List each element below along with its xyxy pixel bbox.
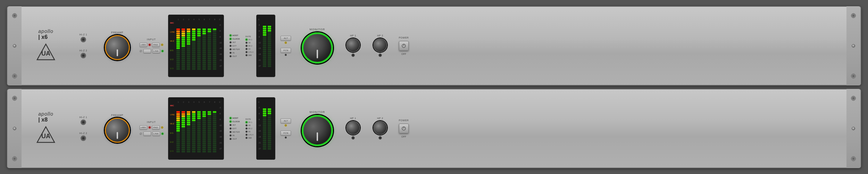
rate-48-led-x8	[245, 124, 248, 126]
hp1-jack-x8[interactable]	[351, 136, 355, 140]
off-label-x6: OFF	[401, 53, 406, 55]
monitor-knob-x8[interactable]	[302, 115, 333, 146]
fcn-button-x6[interactable]: FCN	[281, 48, 291, 53]
hp1-knob-x8[interactable]	[346, 121, 360, 135]
ext-label-x6: EXT	[233, 45, 237, 47]
hiz-label-x8: HI-Z	[170, 123, 175, 125]
mount-hole-bottom-right-x8	[851, 156, 856, 161]
ext-row-x6: EXT	[229, 45, 240, 47]
db-scale-x8: C -3 -6 -9 -12 -15 -18 -21 -27	[219, 101, 222, 150]
link-led-x6	[161, 50, 164, 52]
db-scale-x6: C -3 -6 -9 -12 -15 -18 -21 -27	[219, 18, 222, 67]
out-row-x8: OUT	[229, 138, 240, 140]
int-row-x6: INT	[229, 41, 240, 43]
monitor-section-x8: MONITOR	[297, 110, 338, 146]
hi-z-2-pair-x6: HI-Z 2	[80, 49, 87, 58]
hp2-knob-x6[interactable]	[373, 38, 387, 52]
monitor-r-bar-x8	[268, 101, 271, 150]
device-body-x8: apollo | x8 UA HI-Z 1 HI-Z 2 PREAMP	[22, 89, 846, 168]
model-text-x6: | x6	[38, 34, 48, 40]
rack-unit-apollo-x6: apollo | x6 UA HI-Z 1 HI-Z 2 PREAMP	[7, 6, 861, 85]
preamp-section-x8: PREAMP	[100, 114, 135, 143]
input-section-x6: INPUT +48V PAD ∅ LINK	[137, 38, 165, 53]
channel-8-x6: 8	[212, 18, 217, 73]
meter-led-x8	[229, 131, 232, 133]
48v-button-x6[interactable]: +48V	[140, 43, 147, 47]
u3-label-x6: U 3	[170, 67, 175, 69]
alt-button-x8[interactable]: ALT	[281, 118, 291, 123]
rate-882-x8: 88.2	[245, 127, 253, 130]
hp1-knob-x6[interactable]	[346, 38, 360, 52]
rate-192-led-x6	[245, 54, 248, 56]
monitor-label-x8: MONITOR	[310, 110, 325, 114]
48v-button-x8[interactable]: +48V	[140, 125, 147, 130]
preamp-knob-x8[interactable]	[105, 118, 130, 143]
input-row-labels-x8: MIC LINE HI-Z U 1 U 2 U 3	[170, 101, 175, 156]
logo-section-x6: apollo | x6 UA	[25, 28, 67, 63]
fcn-label-x6: FCN	[284, 49, 289, 51]
hi-z-2-jack-x8[interactable]	[81, 135, 86, 141]
hp2-knob-x8[interactable]	[373, 121, 387, 135]
hiz-label-x6: HI-Z	[170, 40, 175, 42]
preamp-label-x8: PREAMP	[111, 114, 124, 116]
channel-6-x6: 6	[202, 18, 206, 73]
screw-middle-right-x6	[852, 44, 855, 48]
48v-led-x6	[149, 44, 151, 46]
hp2-section-x8: HP 2	[368, 117, 392, 140]
power-button-x8[interactable]	[399, 124, 409, 133]
hi-z-1-pair-x8: HI-Z 1	[80, 116, 87, 125]
alt-control-x8: ALT	[281, 118, 291, 126]
hi-z-1-jack-x8[interactable]	[81, 119, 86, 125]
screw-middle-right-x8	[852, 127, 855, 130]
phase-button-x8[interactable]	[143, 132, 151, 136]
rate-96-led-x8	[245, 131, 248, 133]
alt-fcn-section-x8: ALT FCN	[278, 118, 294, 139]
mic-label-x8: MIC	[170, 105, 175, 107]
power-label-x6: POWER	[399, 36, 409, 39]
pad-button-x8[interactable]: PAD	[152, 125, 160, 130]
alt-label-x6: ALT	[284, 37, 288, 39]
mount-hole-top-left-x8	[12, 96, 17, 101]
rate-882-x6: 88.2	[245, 45, 253, 47]
mount-hole-bottom-left-x8	[12, 156, 17, 161]
ext-led-x8	[229, 127, 232, 130]
hi-z-2-jack-x6[interactable]	[81, 53, 86, 58]
hi-z-1-jack-x6[interactable]	[81, 37, 86, 42]
hp2-jack-x8[interactable]	[378, 136, 382, 140]
preamp-knob-x6[interactable]	[105, 35, 130, 60]
u2-label-x6: U 2	[170, 58, 175, 60]
channel-3-x8: 3	[186, 101, 191, 156]
phase-button-x6[interactable]	[143, 49, 151, 53]
monitor-r-bar-x6	[268, 18, 271, 67]
in-row-x8: IN	[229, 134, 240, 136]
fcn-button-x8[interactable]: FCN	[281, 131, 291, 135]
logo-section-x8: apollo | x8 UA	[25, 111, 67, 146]
pad-button-x6[interactable]: PAD	[152, 43, 160, 47]
input-buttons-x8: +48V PAD ∅ LINK	[140, 125, 164, 136]
clock-label-x6: CLOCK	[233, 38, 240, 40]
channel-4-x6: 4	[192, 18, 196, 73]
link-button-x8[interactable]: LINK	[152, 132, 160, 136]
mic-label-x6: MIC	[170, 22, 175, 24]
brand-text-x6: apollo | x6	[38, 28, 53, 40]
meter-display-x8: MIC LINE HI-Z U 1 U 2 U 3 1	[168, 97, 224, 160]
power-button-x6[interactable]	[399, 41, 409, 51]
preamp-label-x6: PREAMP	[111, 31, 124, 34]
in-led-x6	[229, 52, 232, 54]
hp2-jack-x6[interactable]	[378, 53, 382, 57]
input-row-mid-x6: ∅ LINK	[140, 49, 164, 53]
clock-label-x8: CLOCK	[233, 121, 240, 123]
mount-hole-top-right-x8	[851, 96, 856, 101]
link-button-x6[interactable]: LINK	[152, 49, 160, 53]
rate-48-led-x6	[245, 42, 248, 44]
hp1-jack-x6[interactable]	[351, 53, 355, 57]
meter-led-x6	[229, 48, 232, 50]
alt-button-x6[interactable]: ALT	[281, 36, 291, 41]
monitor-knob-indicator-x6	[317, 50, 318, 58]
rate-48-x8: 48	[245, 124, 253, 126]
rate-96-led-x6	[245, 48, 248, 50]
rate-192-x8: 192	[245, 137, 253, 139]
meter-row-x6: METER	[229, 48, 240, 50]
hp1-section-x6: HP 1	[341, 34, 365, 57]
monitor-knob-x6[interactable]	[302, 32, 333, 64]
